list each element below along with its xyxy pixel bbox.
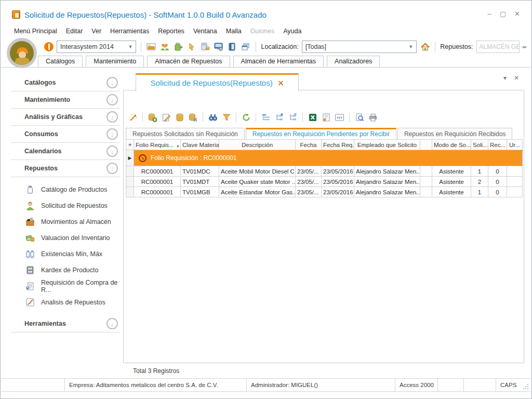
subtab-recibidos[interactable]: Repuestos en Requisición Recibidos [397, 128, 512, 140]
chevron-down-circle-icon[interactable]: ↓ [107, 318, 118, 329]
localization-combobox[interactable]: [Todas] ▼ [302, 41, 417, 53]
tab-analizadores[interactable]: Analizadores [327, 56, 380, 67]
document-tab[interactable]: Solicitud de Repuestos(Repuestos) ✕ [136, 73, 299, 91]
sidebar-section-analisis[interactable]: Análisis y Gráficas ↓ [11, 109, 120, 126]
windows-icon[interactable] [241, 42, 251, 52]
tab-almacen-herramientas[interactable]: Almacén de Herramientas [233, 56, 324, 67]
maximize-button[interactable]: ▢ [500, 11, 506, 17]
tree-collapse-icon[interactable] [288, 113, 298, 123]
status-empresa: Empresa: Aditamentos metalicos del centr… [64, 379, 246, 391]
sidebar-item-analisis-repuestos[interactable]: Analisis de Repuestos [11, 294, 120, 310]
col-urgente[interactable]: Ur... [507, 140, 523, 150]
col-blank[interactable] [420, 140, 432, 150]
document-tab-close-icon[interactable]: ✕ [278, 79, 284, 87]
monitor-gear-icon[interactable] [214, 42, 224, 52]
sidebar-item-movimientos-almacen[interactable]: Movimientos al Almacén [11, 214, 120, 230]
tab-mantenimiento[interactable]: Mantenimiento [86, 56, 144, 67]
box-export-icon[interactable] [173, 42, 183, 52]
menu-herramientas[interactable]: Herramientas [110, 28, 149, 35]
excel-icon[interactable] [308, 113, 317, 123]
db-add-icon[interactable] [148, 113, 157, 123]
menu-reportes[interactable]: Reportes [158, 28, 184, 35]
user-avatar[interactable] [7, 38, 37, 68]
chevron-down-circle-icon[interactable]: ↓ [107, 145, 118, 157]
picture-icon[interactable] [146, 42, 156, 52]
menu-ventana[interactable]: Ventana [193, 28, 217, 35]
printer-icon[interactable] [368, 113, 378, 123]
chevron-down-icon: ▼ [128, 44, 133, 49]
profile-combobox[interactable]: Interasystem 2014 ▼ [57, 41, 136, 53]
subtab-pendientes-por-recibir[interactable]: Repuestos en Requisición Pendientes por … [246, 128, 396, 140]
people-icon[interactable] [159, 42, 170, 52]
status-bar: Empresa: Aditamentos metalicos del centr… [1, 378, 531, 392]
sidebar-item-requisicion-compra[interactable]: Requisición de Compra de R... [11, 278, 120, 294]
note-export-icon[interactable] [321, 113, 331, 123]
sidebar-section-herramientas[interactable]: Herramientas ↓ [11, 315, 120, 332]
menu-malla[interactable]: Malla [226, 28, 242, 35]
sidebar-item-catalogo-productos[interactable]: Catálogo de Productos [11, 181, 120, 197]
sidebar-item-kardex[interactable]: Kardex de Producto [11, 262, 120, 278]
wand-icon[interactable] [128, 113, 138, 123]
minimize-button[interactable]: – [488, 11, 491, 17]
table-row[interactable]: RC0000001 TV01MGB Aceite Estandar Motor … [126, 187, 523, 197]
db-icon[interactable] [175, 113, 184, 123]
book-icon[interactable] [227, 42, 237, 52]
col-solicitado[interactable]: Soli... [471, 140, 488, 150]
col-fecha[interactable]: Fecha [296, 140, 322, 150]
col-descripcion[interactable]: Descripción [219, 140, 296, 150]
group-row[interactable]: ▶ ↘ Folio Requisición : RC0000001 [126, 150, 523, 166]
sidebar-section-mantenimiento[interactable]: Mantenimiento ↓ [11, 91, 120, 109]
sidebar-item-valuacion-inventario[interactable]: Valuacion del Inventario [11, 230, 120, 246]
main-toolbar: Interasystem 2014 ▼ Localización: [44, 39, 526, 55]
binoculars-icon[interactable] [208, 113, 218, 123]
resize-grip[interactable] [521, 379, 531, 391]
sidebar-section-repuestos[interactable]: Repuestos ↑ [11, 160, 120, 177]
toolbar-overflow-icon[interactable]: ▸▸ [523, 44, 526, 49]
calculator-icon[interactable] [200, 42, 210, 52]
col-folio[interactable]: Folio Requis...▲ [134, 140, 181, 150]
sidebar-item-existencias[interactable]: Existencias Mín, Máx [11, 246, 120, 262]
doc-dropdown-icon[interactable]: ▾ [503, 74, 507, 82]
chevron-up-circle-icon[interactable]: ↑ [107, 163, 118, 174]
chevron-down-circle-icon[interactable]: ↓ [107, 111, 118, 123]
subtab-sin-requisicion[interactable]: Repuestos Solicitados sin Requisición [126, 128, 245, 140]
localization-label: Localización: [261, 43, 298, 50]
pointer-icon[interactable] [187, 42, 197, 52]
close-button[interactable]: ✕ [514, 11, 520, 17]
doc-close-icon[interactable]: ✕ [514, 74, 519, 82]
edit-icon[interactable] [161, 113, 171, 123]
db-delete-icon[interactable] [188, 113, 198, 123]
col-modo[interactable]: Modo de So... [432, 140, 471, 150]
col-clave[interactable]: Clave Material [181, 140, 219, 150]
repuestos-field[interactable]: ALMACÉN GENERAL [476, 41, 520, 53]
tab-catalogos[interactable]: Catálogos [38, 56, 83, 67]
txt-icon[interactable]: TXT [335, 113, 344, 123]
chevron-down-circle-icon[interactable]: ↓ [107, 94, 118, 105]
col-empleado[interactable]: Empleado que Solicito [354, 140, 420, 150]
menu-editar[interactable]: Editar [66, 28, 83, 35]
filter-icon[interactable] [221, 113, 231, 123]
chevron-down-circle-icon[interactable]: ↓ [107, 128, 118, 140]
col-recibido[interactable]: Rec... [488, 140, 507, 150]
sidebar-item-solicitud-repuestos[interactable]: Solicitud de Repuestos [11, 197, 120, 214]
sidebar-section-catalogos[interactable]: Catálogos ↓ [11, 74, 120, 91]
tab-almacen-repuestos[interactable]: Almacén de Repuestos [147, 56, 230, 67]
tree-icon[interactable] [261, 113, 271, 123]
home-icon[interactable] [420, 42, 430, 52]
refresh-icon[interactable] [241, 113, 251, 123]
gutter-header[interactable]: ✳ [126, 140, 134, 150]
print-preview-icon[interactable] [354, 113, 364, 123]
menu-ver[interactable]: Ver [91, 28, 101, 35]
menu-menu-principal[interactable]: Menú Principal [14, 28, 57, 35]
chevron-down-circle-icon[interactable]: ↓ [107, 77, 118, 88]
table-header-row: ✳ Folio Requis...▲ Clave Material Descri… [126, 140, 523, 150]
sidebar-section-consumos[interactable]: Consumos ↓ [11, 126, 120, 143]
tree-expand-icon[interactable] [274, 113, 284, 123]
col-fecha-req[interactable]: Fecha Req... [322, 140, 354, 150]
table-row[interactable]: RC0000001 TV01MDT Aceite Quaker state Mo… [126, 177, 523, 187]
alert-icon[interactable] [44, 42, 54, 51]
collapse-group-icon[interactable]: ↘ [139, 154, 147, 162]
table-row[interactable]: RC0000001 TV01MDC Aceite Mobil Motor Die… [126, 166, 523, 177]
menu-ayuda[interactable]: Ayuda [283, 28, 301, 35]
sidebar-section-calendarios[interactable]: Calendarios ↓ [11, 143, 120, 160]
